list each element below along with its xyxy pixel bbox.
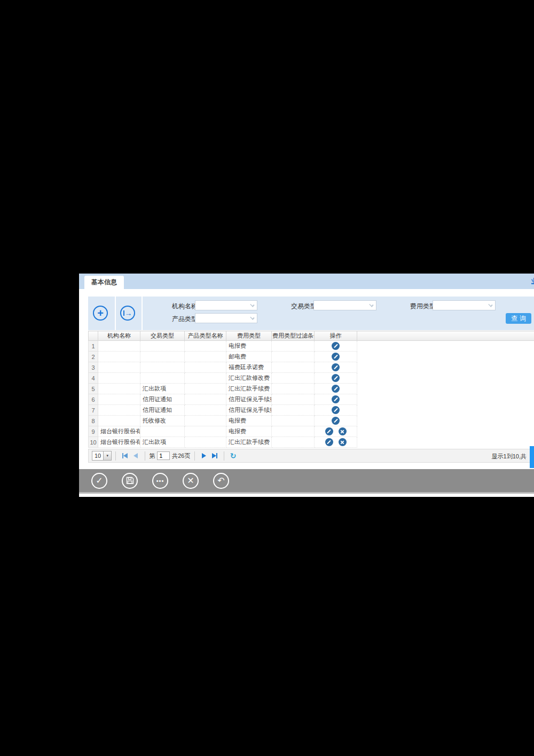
cell-txn: 汇出款项 [140, 384, 185, 394]
edit-icon[interactable] [332, 385, 340, 393]
first-page-button[interactable] [120, 451, 130, 461]
chevron-down-icon [250, 302, 254, 307]
edit-icon[interactable] [332, 353, 340, 361]
arrow-right-icon: → [123, 309, 132, 317]
cell-filter [272, 373, 315, 384]
check-icon: ✓ [96, 477, 103, 485]
table-row[interactable]: 3 福费廷承诺费 [89, 362, 534, 373]
scrollbar-sliver[interactable] [530, 446, 534, 468]
action-bar: ✓ ••• ✕ ↶ [79, 469, 534, 494]
edit-icon[interactable] [332, 363, 340, 371]
page-size-control[interactable]: 10 ▼ [92, 451, 112, 461]
col-header-fee: 费用类型 [226, 331, 272, 341]
cell-ops [315, 426, 357, 437]
product-type-select[interactable] [195, 313, 257, 323]
confirm-button[interactable]: ✓ [91, 473, 107, 489]
cell-ops [315, 394, 357, 405]
cell-product [185, 341, 226, 352]
toolbar-divider [115, 297, 116, 330]
table-row[interactable]: 10 烟台银行股份有限 汇出款项 汇出汇款手续费 [89, 437, 534, 448]
cell-filler [357, 416, 534, 426]
cell-product [185, 352, 226, 362]
org-name-label: 机构名称 [172, 302, 198, 311]
back-button[interactable]: ↶ [213, 473, 229, 489]
table-row[interactable]: 8 托收修改 电报费 [89, 416, 534, 426]
col-header-filter: 费用类型过滤条件 [272, 331, 315, 341]
edit-icon[interactable] [332, 406, 340, 414]
table-body: 1 电报费 2 邮电费 3 [89, 341, 534, 448]
txn-type-select[interactable] [313, 300, 376, 310]
cell-txn: 信用证通知 [140, 394, 185, 405]
cell-org [98, 362, 140, 373]
top-right-link[interactable]: 业 [531, 277, 534, 286]
table-row[interactable]: 6 信用证通知 信用证保兑手续费 [89, 394, 534, 405]
cell-filler [357, 394, 534, 405]
refresh-icon[interactable]: ↻ [228, 451, 239, 461]
table-row[interactable]: 7 信用证通知 信用证保兑手续费 [89, 405, 534, 416]
cancel-button[interactable]: ✕ [183, 473, 199, 489]
cell-filler [357, 373, 534, 384]
cell-product [185, 394, 226, 405]
cell-filler [357, 352, 534, 362]
edit-icon[interactable] [332, 374, 340, 382]
tab-basic-info[interactable]: 基本信息 [84, 276, 124, 289]
row-num: 7 [89, 405, 98, 416]
row-num: 2 [89, 352, 98, 362]
cell-filler [357, 341, 534, 352]
org-name-select[interactable] [195, 300, 257, 310]
back-arrow-icon: ↶ [217, 477, 224, 485]
edit-icon[interactable] [332, 395, 340, 403]
cell-txn: 信用证通知 [140, 405, 185, 416]
plus-icon: + [97, 308, 104, 318]
page-size-dropdown-icon[interactable]: ▼ [103, 451, 111, 460]
chevron-down-icon [369, 302, 373, 307]
page-number-input[interactable] [157, 451, 170, 460]
next-page-button[interactable] [199, 451, 209, 461]
prev-page-button[interactable] [130, 451, 141, 461]
cell-txn [140, 426, 185, 437]
cell-txn: 托收修改 [140, 416, 185, 426]
fee-type-select[interactable] [433, 300, 496, 310]
product-type-label: 产品类型 [172, 315, 198, 324]
export-button[interactable]: → [120, 306, 135, 321]
table-row[interactable]: 1 电报费 [89, 341, 534, 352]
tab-bar: 基本信息 业 [79, 274, 534, 289]
table-row[interactable]: 9 烟台银行股份有限 电报费 [89, 426, 534, 437]
edit-icon[interactable] [325, 427, 333, 435]
cell-org: 烟台银行股份有限 [98, 426, 140, 437]
add-button[interactable]: + [93, 306, 108, 321]
cell-product [185, 416, 226, 426]
table-row[interactable]: 4 汇出汇款修改费 [89, 373, 534, 384]
col-header-org: 机构名称 [98, 331, 140, 341]
cell-ops [315, 341, 357, 352]
col-header-num [89, 331, 98, 341]
chevron-down-icon [250, 315, 254, 319]
save-button[interactable] [122, 473, 138, 489]
col-header-txn: 交易类型 [140, 331, 185, 341]
delete-icon[interactable] [339, 427, 347, 435]
table-header-row: 机构名称 交易类型 产品类型名称 费用类型 费用类型过滤条件 操作 [89, 331, 534, 341]
cell-ops [315, 362, 357, 373]
cell-filter [272, 384, 315, 394]
edit-icon[interactable] [332, 417, 340, 425]
cell-org [98, 416, 140, 426]
cell-product [185, 362, 226, 373]
cell-filler [357, 405, 534, 416]
row-num: 8 [89, 416, 98, 426]
cell-product [185, 373, 226, 384]
table-row[interactable]: 5 汇出款项 汇出汇款手续费 [89, 384, 534, 394]
cell-fee: 福费廷承诺费 [226, 362, 272, 373]
delete-icon[interactable] [339, 438, 347, 446]
search-button[interactable]: 查询 [506, 313, 531, 324]
edit-icon[interactable] [332, 342, 340, 350]
cell-filter [272, 341, 315, 352]
last-page-button[interactable] [209, 451, 220, 461]
more-button[interactable]: ••• [152, 473, 168, 489]
cell-fee: 电报费 [226, 341, 272, 352]
edit-icon[interactable] [325, 438, 333, 446]
table-row[interactable]: 2 邮电费 [89, 352, 534, 362]
page-size-value: 10 [92, 453, 103, 459]
cell-ops [315, 373, 357, 384]
cell-product [185, 384, 226, 394]
cell-ops [315, 437, 357, 448]
